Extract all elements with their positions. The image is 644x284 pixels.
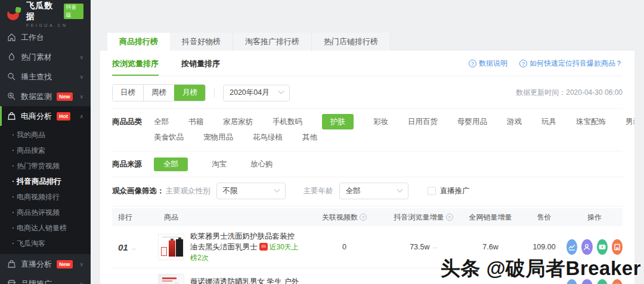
product-title-text: 薇诺娜清透防晒乳男女 学生 户外防紫外线 敏感肌专属防晒乳 [190, 277, 299, 284]
chevron-up-icon: ∧ [79, 113, 83, 119]
product-title[interactable]: 薇诺娜清透防晒乳男女 学生 户外防紫外线 敏感肌专属防晒乳 [190, 276, 301, 284]
sidebar-item-data-monitor[interactable]: 数据监测 New ∨ [0, 87, 91, 106]
category-filter-row: 商品品类 全部 书籍 家居家纺 手机数码 护肤 彩妆 日用百货 母婴用品 游戏 … [112, 109, 623, 152]
ecommerce-submenu: 我的商品 商品搜索 热门带货视频 抖音商品排行 电商视频排行 商品热评视频 电商… [0, 126, 91, 254]
shop-icon[interactable] [612, 239, 623, 255]
subitem-label: 热门带货视频 [17, 161, 60, 171]
data-explanation-link[interactable]: ? 数据说明 [469, 58, 507, 69]
category-option[interactable]: 美食饮品 [154, 129, 184, 145]
product-image[interactable] [158, 274, 184, 284]
category-option[interactable]: 花鸟绿植 [253, 129, 283, 145]
sidebar-item-label: 电商分析 [21, 111, 52, 122]
category-option[interactable]: 游戏 [507, 114, 522, 129]
sidebar-subitem-ecommerce-video-rank[interactable]: 电商视频排行 [0, 189, 91, 205]
tab-douyin-goods[interactable]: 抖音好物榜 [170, 33, 233, 51]
live-promotion-checkbox[interactable] [428, 187, 436, 195]
how-to-locate-hot-products-link[interactable]: ? 如何快速定位抖音爆款商品？ [519, 58, 623, 69]
audience-profile-icon[interactable] [581, 239, 592, 255]
shopping-bag-icon [7, 112, 16, 121]
help-circle-icon[interactable]: ? [446, 214, 453, 221]
product-title[interactable]: 欧莱雅男士洗面奶护肤品套装控油去黑头洁面乳男士近30天上榜2次 [190, 231, 301, 263]
sidebar-subitem-product-search[interactable]: 商品搜索 [0, 143, 91, 158]
gender-select[interactable]: 不限 [216, 183, 286, 199]
sidebar-item-label: 热门素材 [21, 52, 52, 63]
category-option[interactable]: 母婴用品 [457, 114, 487, 129]
douyin-version-badge: 抖音版 [64, 4, 83, 19]
category-option[interactable]: 其他 [302, 129, 317, 145]
sidebar-item-live-analysis[interactable]: 直播分析 New ∨ [0, 254, 91, 274]
subitem-label: 抖音商品排行 [17, 177, 61, 187]
sidebar-item-label: 直播分析 [21, 259, 52, 270]
sidebar-item-brand-promotion[interactable]: 品牌推广 ∨ [0, 274, 91, 284]
category-option[interactable]: 家居家纺 [223, 114, 253, 129]
sidebar-item-streamer-search[interactable]: 播主查找 ∨ [0, 67, 91, 87]
subitem-label: 我的商品 [17, 130, 45, 140]
header-label: 关联视频数 [322, 213, 358, 221]
category-option[interactable]: 宠物用品 [203, 129, 233, 145]
category-option[interactable]: 手机数码 [273, 114, 302, 129]
period-daily-button[interactable]: 日榜 [113, 85, 143, 101]
gender-label: 主要观众性别 [166, 186, 210, 196]
live-promotion-label: 直播推广 [440, 186, 470, 196]
sales-increment: 7.6w [459, 243, 522, 251]
help-circle-icon: ? [469, 60, 476, 67]
category-option[interactable]: 彩妆 [373, 114, 388, 129]
category-option[interactable]: 全部 [154, 114, 169, 129]
category-option[interactable]: 男装女装 [626, 114, 634, 129]
subtab-sort-by-views[interactable]: 按浏览量排序 [112, 51, 159, 76]
category-option-selected[interactable]: 护肤 [322, 114, 354, 129]
subtab-sort-by-sales[interactable]: 按销量排序 [181, 51, 220, 76]
sidebar-item-label: 品牌推广 [21, 279, 52, 284]
hot-badge: Hot [57, 112, 70, 121]
month-select[interactable]: 2020年04月 [223, 85, 290, 101]
help-circle-icon: ? [519, 60, 527, 67]
sidebar-item-workbench[interactable]: 工作台 [0, 27, 91, 47]
views-increment: 73.5w [410, 243, 429, 251]
diamond-icon [7, 279, 16, 284]
sidebar-item-ecommerce-analysis[interactable]: 电商分析 Hot ∧ [0, 106, 91, 126]
source-label: 商品来源 [112, 156, 154, 172]
sidebar-subitem-douyin-product-rank[interactable]: 抖音商品排行 [0, 174, 91, 189]
period-button-group: 日榜 周榜 月榜 [112, 84, 206, 101]
live-bag-icon [7, 260, 16, 268]
tab-hot-shop-rank[interactable]: 热门店铺排行榜 [312, 33, 391, 51]
category-option[interactable]: 玩具 [541, 114, 556, 129]
source-option-selected[interactable]: 全部 [154, 158, 188, 171]
related-videos-icon[interactable] [597, 239, 608, 255]
category-label: 商品品类 [112, 114, 154, 129]
period-monthly-button[interactable]: 月榜 [174, 85, 205, 101]
sidebar-subitem-hot-comment-videos[interactable]: 商品热评视频 [0, 205, 91, 220]
category-option[interactable]: 书籍 [188, 114, 203, 129]
price: 109.00 [522, 243, 566, 251]
sidebar-item-hot-material[interactable]: 热门素材 ∨ [0, 47, 91, 67]
tab-taoke-promo-rank[interactable]: 淘客推广排行榜 [233, 33, 312, 51]
chevron-down-icon: ∨ [79, 94, 83, 100]
chevron-down-icon: ∨ [79, 281, 83, 284]
link-label: 数据说明 [479, 58, 507, 69]
sidebar-item-label: 播主查找 [21, 72, 52, 82]
sidebar-subitem-hot-sales-videos[interactable]: 热门带货视频 [0, 158, 91, 174]
rank-number: 02 [118, 282, 128, 284]
help-circle-icon[interactable]: ? [360, 214, 367, 221]
monitor-search-icon [7, 92, 16, 101]
logo[interactable]: 飞瓜数据 抖音版 FEIGUA.CN [0, 0, 91, 27]
sidebar-subitem-feigua-taoke[interactable]: 飞瓜淘客 [0, 236, 91, 251]
sidebar-subitem-influencer-sales-rank[interactable]: 电商达人销量榜 [0, 220, 91, 236]
tab-product-rank[interactable]: 商品排行榜 [107, 33, 170, 51]
chevron-down-icon: ∨ [79, 261, 83, 267]
table-header: 排行 商品 关联视频数? 抖音浏览量增量? 全网销量增量 售价 操作 [112, 208, 623, 226]
subitem-label: 商品搜索 [17, 146, 45, 156]
period-weekly-button[interactable]: 周榜 [143, 85, 174, 101]
age-select[interactable]: 全部 [339, 183, 408, 199]
age-label: 主要年龄 [304, 186, 333, 196]
source-option[interactable]: 淘宝 [212, 159, 227, 169]
product-image[interactable] [158, 234, 184, 260]
app-title: 飞瓜数据 [26, 1, 61, 22]
sidebar-subitem-my-products[interactable]: 我的商品 [0, 127, 91, 143]
header-videos: 关联视频数? [301, 212, 388, 223]
divider [214, 88, 215, 98]
trend-chart-icon[interactable] [566, 239, 577, 255]
category-option[interactable]: 日用百货 [408, 114, 438, 129]
category-option[interactable]: 珠宝配饰 [576, 114, 606, 129]
source-option[interactable]: 放心购 [250, 159, 273, 169]
